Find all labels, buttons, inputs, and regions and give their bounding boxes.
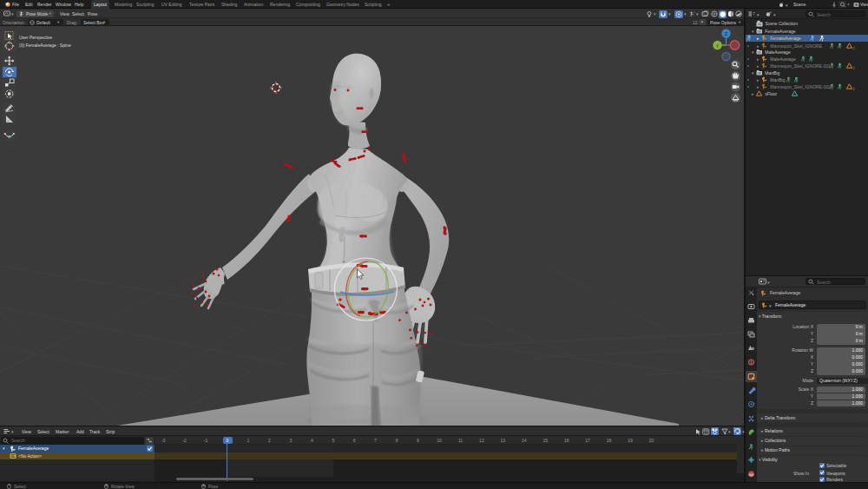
svg-text:Pose: Pose xyxy=(208,484,219,489)
svg-text:2: 2 xyxy=(853,87,856,91)
svg-text:User Perspective: User Perspective xyxy=(19,35,52,40)
svg-text:2: 2 xyxy=(853,66,856,70)
svg-text:Z: Z xyxy=(725,31,727,36)
svg-text:Select: Select xyxy=(14,484,27,489)
svg-text:Y: Y xyxy=(716,43,720,49)
svg-text:(0) FemaleAverage : Spine: (0) FemaleAverage : Spine xyxy=(19,43,71,48)
svg-text:2: 2 xyxy=(853,45,856,50)
svg-text:Rotate View: Rotate View xyxy=(111,484,135,489)
